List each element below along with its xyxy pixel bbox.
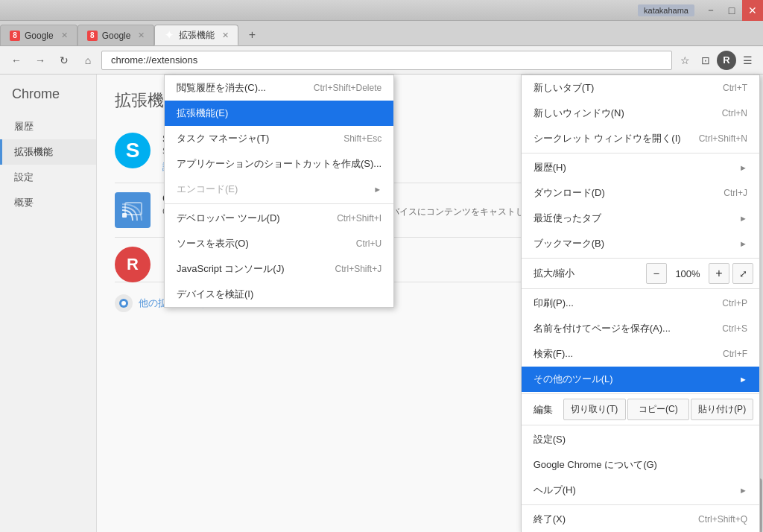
menu-recent-tabs-arrow: ► xyxy=(739,214,747,223)
ctx-encode-arrow: ► xyxy=(373,185,382,194)
tab-label-google-1: Google xyxy=(25,31,54,41)
menu-downloads[interactable]: ダウンロード(D) Ctrl+J xyxy=(522,180,759,206)
menu-save-page-label: 名前を付けてページを保存(A)... xyxy=(534,322,671,335)
ctx-clear-history[interactable]: 閲覧履歴を消去(C)... Ctrl+Shift+Delete xyxy=(165,75,393,101)
menu-other-tools-label: その他のツール(L) xyxy=(534,373,613,386)
tab-extensions[interactable]: ✦ 拡張機能 ✕ xyxy=(154,25,238,45)
new-tab-button[interactable]: + xyxy=(241,25,262,45)
star-button[interactable]: ☆ xyxy=(675,51,694,70)
zoom-value: 100% xyxy=(670,268,706,279)
ctx-view-source-label: ソースを表示(O) xyxy=(177,237,249,250)
close-button[interactable]: ✕ xyxy=(742,0,763,21)
minimize-button[interactable]: － xyxy=(700,0,721,21)
zoom-plus-button[interactable]: + xyxy=(709,263,729,284)
menu-save-page-shortcut: Ctrl+S xyxy=(722,323,747,334)
cast-button[interactable]: ⊡ xyxy=(696,51,715,70)
url-bar[interactable]: chrome://extensions xyxy=(101,51,672,70)
forward-button[interactable]: → xyxy=(30,50,51,71)
reload-button[interactable]: ↻ xyxy=(54,50,75,71)
sidebar-item-about[interactable]: 概要 xyxy=(0,190,96,215)
context-submenu-overlay: 閲覧履歴を消去(C)... Ctrl+Shift+Delete 拡張機能(E) … xyxy=(164,75,394,308)
menu-quit[interactable]: 終了(X) Ctrl+Shift+Q xyxy=(522,507,759,532)
chrome-menu: 新しいタブ(T) Ctrl+T 新しいウィンドウ(N) Ctrl+N シークレッ… xyxy=(521,75,760,532)
sidebar-item-extensions[interactable]: 拡張機能 xyxy=(0,139,96,165)
menu-new-tab-label: 新しいタブ(T) xyxy=(534,81,595,95)
user-avatar[interactable]: R xyxy=(717,51,736,70)
ctx-inspect[interactable]: デバイスを検証(I) xyxy=(165,282,393,307)
sidebar-item-history[interactable]: 履歴 xyxy=(0,114,96,139)
ctx-task-manager-label: タスク マネージャ(T) xyxy=(177,132,269,145)
menu-edit-label: 編集 xyxy=(528,403,559,417)
home-button[interactable]: ⌂ xyxy=(77,50,98,71)
titlebar: katakahama － □ ✕ xyxy=(0,0,763,21)
menu-other-tools[interactable]: その他のツール(L) ► xyxy=(522,367,759,392)
ext-icon-r: R xyxy=(115,247,151,282)
tab-close-google-2[interactable]: ✕ xyxy=(138,31,145,40)
menu-incognito[interactable]: シークレット ウィンドウを開く(I) Ctrl+Shift+N xyxy=(522,126,759,151)
ctx-clear-history-shortcut: Ctrl+Shift+Delete xyxy=(314,83,382,93)
menu-paste-button[interactable]: 貼り付け(P) xyxy=(691,399,753,420)
menu-history[interactable]: 履歴(H) ► xyxy=(522,155,759,180)
menu-quit-label: 終了(X) xyxy=(534,513,566,526)
menu-new-window[interactable]: 新しいウィンドウ(N) Ctrl+N xyxy=(522,101,759,126)
svg-point-3 xyxy=(121,301,126,305)
tab-google-1[interactable]: 8 Google ✕ xyxy=(0,25,77,45)
menu-cut-button[interactable]: 切り取り(T) xyxy=(563,399,626,420)
ext-icon-cast xyxy=(115,192,151,228)
ctx-task-manager-shortcut: Shift+Esc xyxy=(343,133,382,144)
menu-sep5 xyxy=(522,425,759,425)
back-button[interactable]: ← xyxy=(6,50,27,71)
tab-google-2[interactable]: 8 Google ✕ xyxy=(77,25,155,45)
menu-print[interactable]: 印刷(P)... Ctrl+P xyxy=(522,291,759,316)
menu-sep3 xyxy=(522,288,759,289)
menu-save-page[interactable]: 名前を付けてページを保存(A)... Ctrl+S xyxy=(522,316,759,341)
menu-sep2 xyxy=(522,258,759,259)
ctx-encode: エンコード(E) ► xyxy=(165,177,393,202)
ctx-devtools[interactable]: デベロッパー ツール(D) Ctrl+Shift+I xyxy=(165,206,393,231)
ctx-view-source[interactable]: ソースを表示(O) Ctrl+U xyxy=(165,231,393,256)
menu-new-tab[interactable]: 新しいタブ(T) Ctrl+T xyxy=(522,75,759,101)
tab-favicon-google-2: 8 xyxy=(87,31,98,41)
menu-button[interactable]: ☰ xyxy=(738,51,757,70)
menu-about-chrome[interactable]: Google Chrome について(G) xyxy=(522,452,759,478)
menu-print-shortcut: Ctrl+P xyxy=(722,298,747,308)
menu-quit-shortcut: Ctrl+Shift+Q xyxy=(698,514,747,525)
ctx-clear-history-label: 閲覧履歴を消去(C)... xyxy=(177,81,266,95)
menu-sep6 xyxy=(522,504,759,505)
menu-sep1 xyxy=(522,153,759,153)
ctx-task-manager[interactable]: タスク マネージャ(T) Shift+Esc xyxy=(165,126,393,151)
menu-bookmarks[interactable]: ブックマーク(B) ► xyxy=(522,231,759,256)
menu-incognito-label: シークレット ウィンドウを開く(I) xyxy=(534,132,681,145)
menu-recent-tabs[interactable]: 最近使ったタブ ► xyxy=(522,206,759,231)
tab-close-extensions[interactable]: ✕ xyxy=(222,31,229,40)
menu-settings[interactable]: 設定(S) xyxy=(522,427,759,452)
menu-downloads-label: ダウンロード(D) xyxy=(534,186,605,200)
ctx-sep1 xyxy=(165,203,393,204)
maximize-button[interactable]: □ xyxy=(721,0,742,21)
ctx-js-console-label: JavaScript コンソール(J) xyxy=(177,262,284,276)
menu-new-tab-shortcut: Ctrl+T xyxy=(723,83,747,93)
more-ext-icon xyxy=(115,294,133,312)
menu-copy-button[interactable]: コピー(C) xyxy=(627,399,690,420)
omnibar: ← → ↻ ⌂ chrome://extensions ☆ ⊡ R ☰ xyxy=(0,46,763,75)
ctx-js-console[interactable]: JavaScript コンソール(J) Ctrl+Shift+J xyxy=(165,256,393,282)
menu-find-label: 検索(F)... xyxy=(534,347,573,361)
zoom-minus-button[interactable]: － xyxy=(646,263,667,284)
menu-zoom-label: 拡大/縮小 xyxy=(528,267,643,280)
ctx-devtools-label: デベロッパー ツール(D) xyxy=(177,212,280,225)
ext-icon-skype: S xyxy=(115,133,151,168)
ctx-extensions-label: 拡張機能(E) xyxy=(177,107,228,120)
ctx-extensions[interactable]: 拡張機能(E) xyxy=(165,101,393,126)
tab-label-extensions: 拡張機能 xyxy=(179,29,215,42)
tab-close-google-1[interactable]: ✕ xyxy=(61,31,68,40)
menu-help[interactable]: ヘルプ(H) ► xyxy=(522,478,759,503)
sidebar-item-settings[interactable]: 設定 xyxy=(0,165,96,190)
menu-find[interactable]: 検索(F)... Ctrl+F xyxy=(522,341,759,367)
menu-find-shortcut: Ctrl+F xyxy=(723,349,747,359)
ctx-shortcut-create-label: アプリケーションのショートカットを作成(S)... xyxy=(177,157,382,171)
menu-history-arrow: ► xyxy=(739,163,747,172)
ctx-shortcut-create[interactable]: アプリケーションのショートカットを作成(S)... xyxy=(165,151,393,177)
sidebar-item-extensions-label: 拡張機能 xyxy=(14,145,53,159)
menu-about-chrome-label: Google Chrome について(G) xyxy=(534,458,657,472)
zoom-fullscreen-button[interactable]: ⤢ xyxy=(732,263,753,284)
